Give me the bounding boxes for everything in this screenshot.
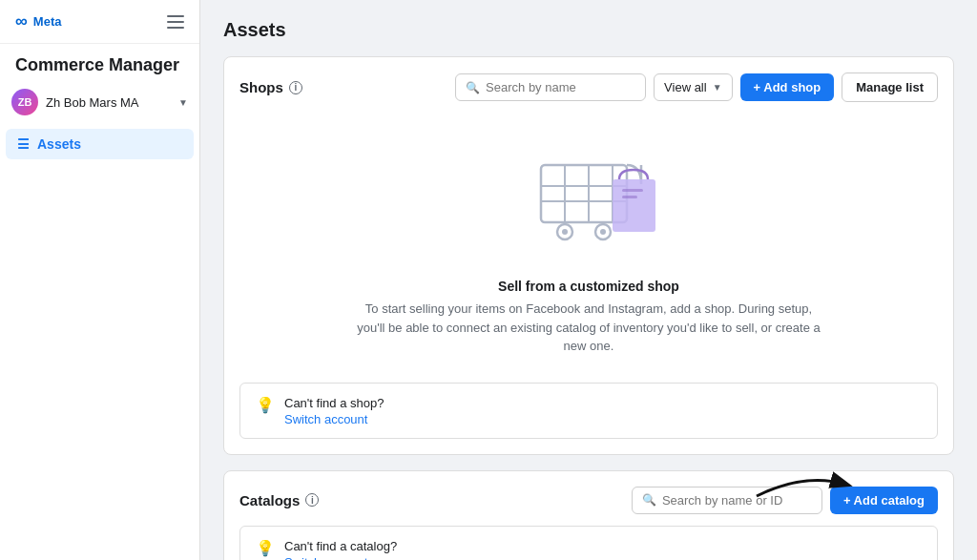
chevron-down-icon: ▼ bbox=[178, 97, 188, 108]
catalogs-search-bar[interactable]: 🔍 bbox=[632, 487, 822, 514]
search-icon: 🔍 bbox=[466, 81, 480, 94]
page-title: Assets bbox=[223, 19, 954, 41]
catalogs-title: Catalogs i bbox=[239, 492, 319, 508]
list-icon: ☰ bbox=[17, 136, 30, 152]
lightbulb-icon: 💡 bbox=[256, 396, 275, 414]
catalogs-search-input[interactable] bbox=[662, 493, 812, 508]
cant-find-shop-text: Can't find a shop? bbox=[284, 396, 384, 410]
add-catalog-button[interactable]: + Add catalog bbox=[830, 487, 938, 514]
catalogs-cant-find: 💡 Can't find a catalog? Switch account bbox=[239, 526, 938, 561]
meta-logo-symbol: ∞ bbox=[15, 11, 28, 31]
svg-point-7 bbox=[562, 229, 568, 235]
catalogs-info-icon[interactable]: i bbox=[305, 493, 319, 507]
shops-title: Shops i bbox=[239, 79, 302, 95]
catalogs-actions: 🔍 + Add catalog bbox=[632, 487, 938, 514]
shops-info-icon[interactable]: i bbox=[289, 81, 302, 94]
chevron-down-icon: ▼ bbox=[713, 82, 722, 93]
search-icon: 🔍 bbox=[642, 493, 656, 507]
manage-list-button[interactable]: Manage list bbox=[842, 73, 938, 102]
meta-logo-text: Meta bbox=[33, 14, 62, 29]
shops-card-header: Shops i 🔍 View all ▼ + Add shop Manage l… bbox=[239, 73, 938, 102]
svg-point-9 bbox=[600, 229, 606, 235]
catalogs-card-header: Catalogs i 🔍 bbox=[239, 487, 938, 514]
shops-card: Shops i 🔍 View all ▼ + Add shop Manage l… bbox=[223, 56, 954, 455]
main-content: Assets Shops i 🔍 View all ▼ + Add shop M… bbox=[200, 0, 977, 560]
shops-actions: 🔍 View all ▼ + Add shop Manage list bbox=[455, 73, 938, 102]
sidebar-title: Commerce Manager bbox=[0, 44, 199, 83]
shops-empty-description: To start selling your items on Facebook … bbox=[350, 300, 827, 356]
account-name: Zh Bob Mars MA bbox=[46, 95, 171, 110]
shops-search-bar[interactable]: 🔍 bbox=[455, 73, 646, 101]
svg-rect-10 bbox=[613, 179, 655, 232]
svg-rect-12 bbox=[622, 196, 637, 198]
shops-cant-find: 💡 Can't find a shop? Switch account bbox=[239, 383, 938, 439]
cant-find-catalog-text: Can't find a catalog? bbox=[284, 539, 397, 553]
sidebar-item-label: Assets bbox=[37, 136, 81, 152]
sidebar-header: ∞ Meta bbox=[0, 0, 199, 44]
switch-account-shops-link[interactable]: Switch account bbox=[284, 412, 384, 426]
catalogs-card: Catalogs i 🔍 bbox=[223, 470, 954, 561]
meta-logo: ∞ Meta bbox=[15, 11, 61, 31]
shops-title-text: Shops bbox=[239, 79, 283, 95]
cart-illustration bbox=[503, 136, 675, 263]
shops-empty-state: Sell from a customized shop To start sel… bbox=[239, 114, 938, 371]
svg-rect-11 bbox=[622, 189, 643, 192]
catalogs-title-text: Catalogs bbox=[239, 492, 300, 508]
shops-empty-title: Sell from a customized shop bbox=[498, 279, 679, 294]
switch-account-catalogs-link[interactable]: Switch account bbox=[284, 555, 397, 561]
hamburger-menu-icon[interactable] bbox=[167, 15, 184, 29]
add-shop-button[interactable]: + Add shop bbox=[740, 73, 835, 101]
avatar: ZB bbox=[11, 89, 38, 115]
sidebar-nav: ☰ Assets bbox=[0, 121, 199, 167]
sidebar-item-assets[interactable]: ☰ Assets bbox=[6, 129, 194, 159]
lightbulb-icon: 💡 bbox=[256, 539, 275, 557]
account-selector[interactable]: ZB Zh Bob Mars MA ▼ bbox=[0, 83, 199, 121]
shops-filter-dropdown[interactable]: View all ▼ bbox=[654, 73, 732, 101]
dropdown-text: View all bbox=[664, 80, 707, 94]
shops-search-input[interactable] bbox=[486, 80, 635, 94]
sidebar: ∞ Meta Commerce Manager ZB Zh Bob Mars M… bbox=[0, 0, 200, 560]
